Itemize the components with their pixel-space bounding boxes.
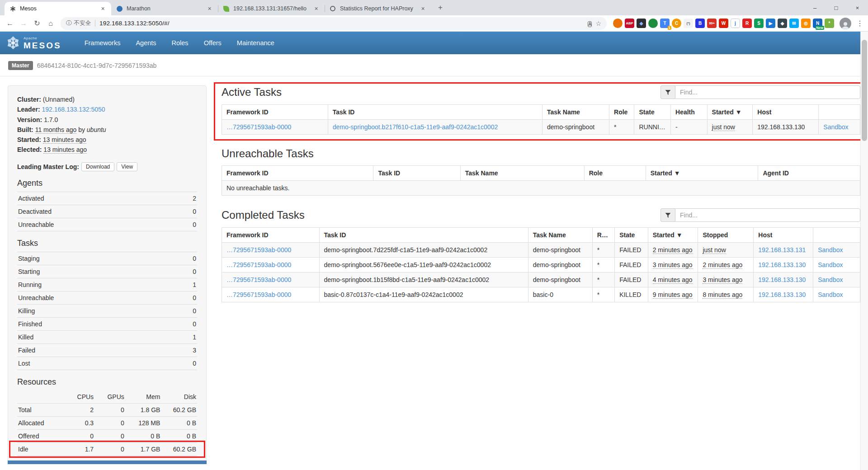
nav-item-maintenance[interactable]: Maintenance [229,32,282,54]
extension-blue-n-new[interactable]: NNew [813,19,822,28]
tab-close-icon[interactable]: × [312,5,320,13]
tab-title: 192.168.133.131:31657/hello [233,5,312,12]
extension-badge-99[interactable]: 99+ [707,19,717,28]
window-close-icon[interactable]: × [847,0,868,15]
framework-link[interactable]: …7295671593ab-0000 [226,246,291,254]
resources-heading: Resources [17,377,197,387]
host-link[interactable]: 192.168.133.130 [758,261,806,268]
unreachable-tasks-section: Unreachable Tasks Framework ID Task ID T… [222,147,860,196]
table-row: …7295671593ab-0000 basic-0.87c0137c-c1a4… [222,287,860,302]
tab-close-icon[interactable]: × [419,5,427,13]
spring-favicon [223,6,229,12]
framework-link[interactable]: …7295671593ab-0000 [226,276,291,283]
framework-link[interactable]: …7295671593ab-0000 [226,261,291,268]
table-row: Total201.8 GB60.2 GB [17,403,197,416]
back-icon[interactable]: ← [4,17,16,30]
leader-link[interactable]: 192.168.133.132:5050 [42,106,105,113]
sandbox-link[interactable]: Sandbox [818,276,843,283]
tab-haproxy-stats[interactable]: Statistics Report for HAProxy × [325,2,431,15]
filter-funnel-icon[interactable] [660,85,675,99]
agents-table: Activated2 Deactivated0 Unreachable0 [17,192,197,231]
log-view-button[interactable]: View [117,162,137,171]
filter-funnel-icon[interactable] [660,208,675,222]
marathon-favicon [117,6,123,12]
extension-dark-tool[interactable]: ◆ [637,19,646,28]
active-tasks-table: Framework ID Task ID Task Name Role Stat… [222,104,860,135]
log-download-button[interactable]: Download [81,162,114,171]
host-link[interactable]: 192.168.133.130 [758,276,806,283]
profile-avatar[interactable] [840,18,851,29]
nav-item-frameworks[interactable]: Frameworks [77,32,128,54]
host-link[interactable]: 192.168.133.131 [758,246,806,254]
url-text[interactable]: 192.168.133.132:5050/#/ [99,20,584,27]
tab-marathon[interactable]: Marathon × [111,2,218,15]
extension-red-r[interactable]: R [742,19,752,28]
extension-translate-blue-badge: 1 [668,26,671,30]
framework-link[interactable]: …7295671593ab-0000 [226,291,291,298]
table-row-idle: Idle1.701.7 GB60.2 GB [17,442,197,456]
new-tab-button[interactable]: + [434,1,447,14]
reload-icon[interactable]: ↻ [31,17,43,30]
nav-item-offers[interactable]: Offers [196,32,229,54]
extension-blue-outline-j[interactable]: j [731,19,740,28]
nav-item-roles[interactable]: Roles [164,32,196,54]
extension-green-circle[interactable] [648,19,658,28]
sandbox-link[interactable]: Sandbox [823,123,848,131]
nav-item-agents[interactable]: Agents [128,32,164,54]
tab-close-icon[interactable]: × [99,5,107,13]
info-icon[interactable]: ⓘ [66,19,72,27]
sandbox-link[interactable]: Sandbox [818,261,843,268]
version-line: Version: 1.7.0 [17,115,197,124]
forward-icon[interactable]: → [17,17,30,30]
extension-translate-blue[interactable]: T1 [660,19,670,28]
find-input[interactable] [675,85,860,99]
tab-close-icon[interactable]: × [206,5,213,13]
framework-link[interactable]: …7295671593ab-0000 [226,123,291,131]
address-bar[interactable]: ⓘ 不安全 192.168.133.132:5050/#/ A ☆ [61,17,607,30]
table-row: Allocated0.30128 MB0 B [17,416,197,429]
window-maximize-icon[interactable]: □ [826,0,847,15]
table-row: …7295671593ab-0000 demo-springboot.b217f… [222,120,860,135]
cluster-line: Cluster: (Unnamed) [17,95,197,104]
tab-mesos[interactable]: Mesos × [5,2,111,15]
completed-tasks-filter [660,208,860,222]
extension-orange-target[interactable]: ◎ [801,19,811,28]
main-panel: Active Tasks Framework ID Task ID Task N… [222,85,860,315]
window-minimize-icon[interactable]: – [804,0,826,15]
scrollbar-thumb[interactable] [862,40,867,141]
sort-header-started[interactable]: Started ▼ [646,166,758,181]
sandbox-link[interactable]: Sandbox [818,246,843,254]
extension-abp-shield[interactable]: ABP [625,19,634,28]
completed-tasks-section: Completed Tasks Framework ID Task ID Tas… [222,208,860,302]
extension-green-s[interactable]: S [754,19,764,28]
completed-tasks-title: Completed Tasks [222,209,305,221]
home-icon[interactable]: ⌂ [44,17,57,30]
sort-header-started[interactable]: Started ▼ [648,228,698,243]
extension-red-w[interactable]: W [719,19,728,28]
extension-blue-mail[interactable]: ✉ [789,19,799,28]
extension-dark-navy[interactable]: ◈ [778,19,787,28]
extension-blue-b[interactable]: B [695,19,705,28]
master-id: 68464124-810c-4cc1-9d7c-7295671593ab [37,62,157,69]
task-id-link[interactable]: demo-springboot.b217f610-c1a5-11e9-aaf9-… [333,123,498,131]
browser-menu-icon[interactable]: ⋮ [854,19,866,28]
mesos-brand[interactable]: Apache MESOS [6,36,61,50]
table-row: Failed3 [17,343,197,357]
extension-green-star[interactable]: * [825,19,834,28]
leader-line: Leader: 192.168.133.132:5050 [17,105,197,114]
extension-red-circle[interactable] [613,19,623,28]
tasks-heading: Tasks [17,239,197,248]
extension-orange-c[interactable]: C [672,19,681,28]
host-link[interactable]: 192.168.133.130 [758,291,806,298]
extension-blue-play[interactable]: ▶ [766,19,775,28]
find-input[interactable] [675,208,860,222]
page-scrollbar[interactable] [860,32,868,470]
haproxy-favicon [330,6,335,11]
translate-icon[interactable]: A [588,21,592,27]
sandbox-link[interactable]: Sandbox [818,291,843,298]
sort-header-started[interactable]: Started ▼ [707,105,753,120]
extension-paren-star[interactable]: (*) [684,19,693,28]
window-controls: – □ × [804,0,868,15]
tab-hello-service[interactable]: 192.168.133.131:31657/hello × [218,2,325,15]
bookmark-star-icon[interactable]: ☆ [595,20,601,27]
